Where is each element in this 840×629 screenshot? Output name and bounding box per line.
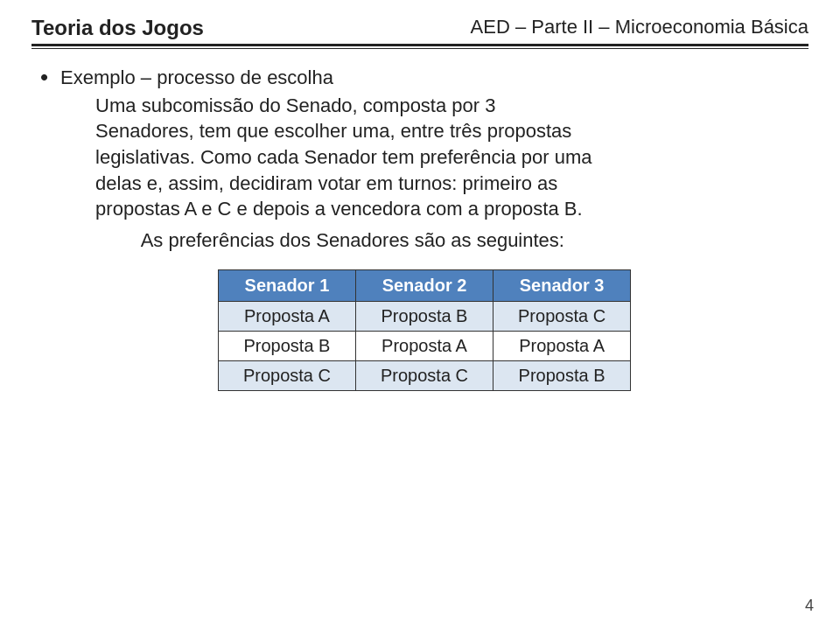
cell-r3c1: Proposta C [218,360,355,390]
table-header-row: Senador 1 Senador 2 Senador 3 [218,269,630,301]
content-area: • Exemplo – processo de escolha Uma subc… [32,65,808,391]
body-line3: Senadores, tem que escolher uma, entre t… [95,120,571,142]
cell-r2c3: Proposta A [494,331,631,360]
slide-number: 4 [805,597,814,615]
col-header-senator2: Senador 2 [355,269,493,301]
table-wrapper: Senador 1 Senador 2 Senador 3 Proposta A… [40,269,808,391]
table-row: Proposta A Proposta B Proposta C [218,301,630,331]
slide-container: Teoria dos Jogos AED – Parte II – Microe… [0,0,840,629]
bullet-line1: Exemplo – processo de escolha [60,65,592,91]
col-header-senator1: Senador 1 [218,269,355,301]
body-line4: legislativas. Como cada Senador tem pref… [95,146,592,168]
body-line2: Uma subcomissão do Senado, composta por … [95,94,495,116]
divider-thin [32,48,808,49]
cell-r3c3: Proposta B [494,360,631,390]
body-line6: propostas A e C e depois a vencedora com… [95,198,582,220]
cell-r2c2: Proposta A [355,331,493,360]
cell-r3c2: Proposta C [355,360,493,390]
table-body: Proposta A Proposta B Proposta C Propost… [218,301,630,390]
col-header-senator3: Senador 3 [494,269,631,301]
body-line5: delas e, assim, decidiram votar em turno… [95,172,557,194]
preferences-table: Senador 1 Senador 2 Senador 3 Proposta A… [218,269,631,391]
bullet-icon: • [40,63,48,93]
cell-r1c3: Proposta C [494,301,631,331]
bullet-item: • Exemplo – processo de escolha Uma subc… [40,65,808,254]
cell-r2c1: Proposta B [218,331,355,360]
body-text-block: Uma subcomissão do Senado, composta por … [95,93,592,222]
slide-topic: Teoria dos Jogos [32,16,204,40]
table-row: Proposta B Proposta A Proposta A [218,331,630,360]
cell-r1c2: Proposta B [355,301,493,331]
bullet-content: Exemplo – processo de escolha Uma subcom… [60,65,592,254]
divider-thick [32,44,808,46]
header-area: Teoria dos Jogos AED – Parte II – Microe… [32,16,808,40]
body-line7: As preferências dos Senadores são as seg… [113,227,592,254]
cell-r1c1: Proposta A [218,301,355,331]
table-row: Proposta C Proposta C Proposta B [218,360,630,390]
slide-course: AED – Parte II – Microeconomia Básica [471,16,808,38]
